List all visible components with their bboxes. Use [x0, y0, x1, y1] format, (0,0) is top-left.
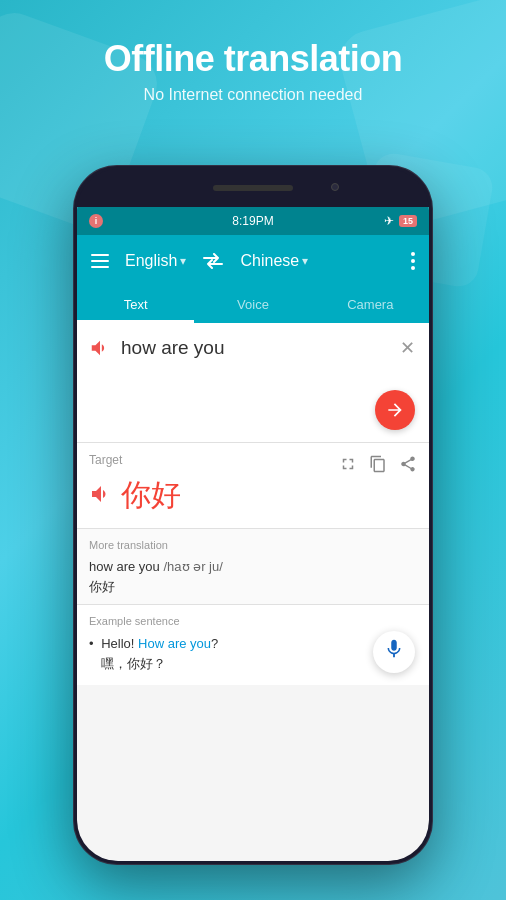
info-icon: i [89, 214, 103, 228]
target-lang-label: Chinese [240, 252, 299, 270]
source-lang-arrow: ▾ [180, 254, 186, 268]
example-label: Example sentence [89, 615, 417, 627]
translate-button-wrapper [375, 390, 415, 430]
example-question-mark: ? [211, 636, 218, 651]
phone-wrapper: i 8:19PM ✈ 15 English ▾ [73, 165, 433, 865]
output-chinese-text: 你好 [121, 475, 181, 516]
main-title: Offline translation [0, 38, 506, 80]
airplane-icon: ✈ [384, 214, 394, 228]
copy-button[interactable] [367, 453, 389, 479]
more-translation-chinese: 你好 [89, 578, 417, 596]
mic-icon [383, 638, 405, 666]
tab-camera[interactable]: Camera [312, 287, 429, 323]
share-button[interactable] [397, 453, 419, 479]
tabs-bar: Text Voice Camera [77, 287, 429, 323]
source-lang-label: English [125, 252, 177, 270]
input-text[interactable]: how are you [121, 335, 388, 362]
translate-button[interactable] [375, 390, 415, 430]
status-left: i [89, 214, 103, 228]
output-area: Target [77, 443, 429, 529]
tab-text[interactable]: Text [77, 287, 194, 323]
more-translation-label: More translation [89, 539, 417, 551]
tab-voice[interactable]: Voice [194, 287, 311, 323]
status-time: 8:19PM [232, 214, 273, 228]
phone-speaker [213, 185, 293, 191]
example-how: How are you [138, 636, 211, 651]
menu-button[interactable] [85, 248, 115, 274]
translation-phonetic: /haʊ ər ju/ [163, 559, 222, 574]
swap-languages-button[interactable] [196, 249, 230, 273]
example-chinese: 嘿，你好？ [101, 655, 417, 673]
header-area: Offline translation No Internet connecti… [0, 38, 506, 104]
target-lang-selector[interactable]: Chinese ▾ [234, 248, 314, 274]
sub-title: No Internet connection needed [0, 86, 506, 104]
screen: i 8:19PM ✈ 15 English ▾ [77, 207, 429, 861]
more-translation-area: More translation how are you /haʊ ər ju/… [77, 529, 429, 605]
translation-entry: how are you /haʊ ər ju/ [89, 557, 417, 578]
example-hello: Hello! [101, 636, 138, 651]
source-lang-selector[interactable]: English ▾ [119, 248, 192, 274]
example-sentence: • Hello! How are you? [89, 633, 417, 655]
example-area: Example sentence • Hello! How are you? 嘿… [77, 605, 429, 685]
target-lang-arrow: ▾ [302, 254, 308, 268]
output-speaker-icon[interactable] [89, 482, 113, 512]
status-bar: i 8:19PM ✈ 15 [77, 207, 429, 235]
mic-button[interactable] [373, 631, 415, 673]
toolbar: English ▾ Chinese ▾ [77, 235, 429, 287]
battery-badge: 15 [399, 215, 417, 227]
output-actions [337, 453, 419, 479]
status-right: ✈ 15 [384, 214, 417, 228]
more-options-button[interactable] [405, 248, 421, 274]
output-translation: 你好 [89, 475, 417, 516]
input-speaker-icon[interactable] [89, 337, 111, 364]
mic-button-wrapper [373, 631, 415, 673]
bullet: • [89, 636, 94, 651]
phone-outer: i 8:19PM ✈ 15 English ▾ [73, 165, 433, 865]
fullscreen-button[interactable] [337, 453, 359, 479]
phone-inner: i 8:19PM ✈ 15 English ▾ [77, 169, 429, 861]
input-area: how are you ✕ [77, 323, 429, 443]
translation-word: how are you [89, 559, 160, 574]
phone-camera [331, 183, 339, 191]
clear-input-button[interactable]: ✕ [398, 335, 417, 361]
